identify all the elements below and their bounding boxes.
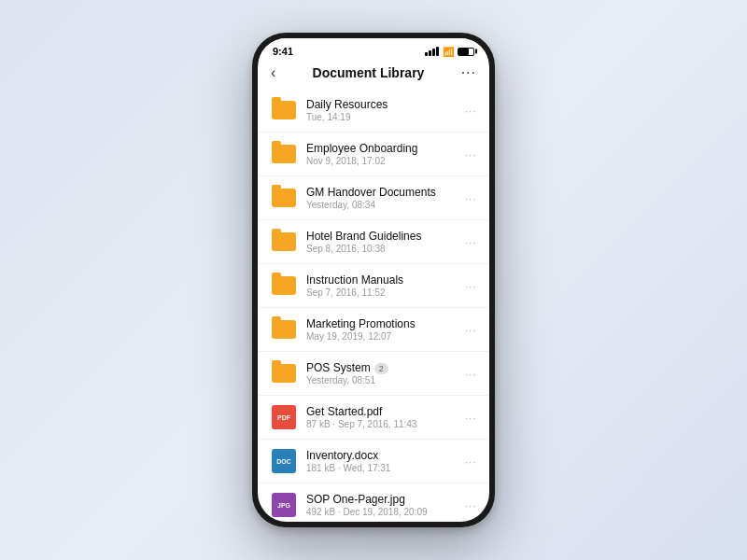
list-item[interactable]: POS System2 Yesterday, 08:51 ··· bbox=[258, 352, 489, 396]
item-meta: Nov 9, 2018, 17:02 bbox=[306, 156, 458, 166]
status-bar: 9:41 📶 bbox=[258, 38, 489, 61]
signal-icon bbox=[425, 47, 439, 56]
item-text: Employee Onboarding Nov 9, 2018, 17:02 bbox=[306, 142, 458, 166]
item-text: Instruction Manuals Sep 7, 2016, 11:52 bbox=[306, 273, 458, 298]
item-text: GM Handover Documents Yesterday, 08:34 bbox=[306, 186, 458, 210]
item-name: Marketing Promotions bbox=[306, 317, 458, 330]
item-more-button[interactable]: ··· bbox=[458, 367, 476, 381]
item-more-button[interactable]: ··· bbox=[458, 323, 476, 337]
list-item[interactable]: Daily Resources Tue, 14:19 ··· bbox=[258, 89, 489, 133]
item-meta: 492 kB · Dec 19, 2018, 20:09 bbox=[306, 507, 458, 517]
item-meta: 87 kB · Sep 7, 2016, 11:43 bbox=[306, 419, 458, 429]
item-text: SOP One-Pager.jpg 492 kB · Dec 19, 2018,… bbox=[306, 493, 458, 517]
item-more-button[interactable]: ··· bbox=[458, 104, 476, 118]
item-text: Get Started.pdf 87 kB · Sep 7, 2016, 11:… bbox=[306, 405, 458, 429]
item-icon-container bbox=[271, 273, 297, 299]
folder-icon bbox=[272, 232, 296, 251]
item-name: Daily Resources bbox=[306, 98, 458, 111]
item-more-button[interactable]: ··· bbox=[458, 279, 476, 293]
item-icon-container bbox=[271, 185, 297, 211]
list-item[interactable]: Marketing Promotions May 19, 2019, 12:07… bbox=[258, 308, 489, 352]
item-meta: Tue, 14:19 bbox=[306, 112, 458, 122]
item-text: POS System2 Yesterday, 08:51 bbox=[306, 361, 458, 385]
folder-icon bbox=[272, 320, 296, 339]
item-meta: 181 kB · Wed, 17:31 bbox=[306, 463, 458, 473]
jpg-icon: JPG bbox=[272, 493, 296, 517]
item-text: Hotel Brand Guidelines Sep 8, 2016, 10:3… bbox=[306, 230, 458, 254]
battery-icon bbox=[458, 48, 474, 56]
item-icon-container: PDF bbox=[271, 404, 297, 430]
list-item[interactable]: DOC Inventory.docx 181 kB · Wed, 17:31 ·… bbox=[258, 440, 489, 483]
item-name: GM Handover Documents bbox=[306, 186, 458, 199]
list-item[interactable]: GM Handover Documents Yesterday, 08:34 ·… bbox=[258, 176, 489, 220]
item-name: Instruction Manuals bbox=[306, 273, 458, 287]
item-icon-container bbox=[271, 97, 297, 123]
item-text: Inventory.docx 181 kB · Wed, 17:31 bbox=[306, 449, 458, 473]
item-icon-container bbox=[271, 141, 297, 167]
item-badge: 2 bbox=[374, 363, 388, 374]
item-meta: Yesterday, 08:51 bbox=[306, 375, 458, 385]
item-more-button[interactable]: ··· bbox=[458, 235, 476, 249]
folder-icon bbox=[272, 364, 296, 383]
item-more-button[interactable]: ··· bbox=[458, 147, 476, 161]
item-name: Hotel Brand Guidelines bbox=[306, 230, 458, 243]
back-button[interactable]: ‹ bbox=[271, 64, 275, 81]
item-more-button[interactable]: ··· bbox=[458, 455, 476, 469]
phone-frame: 9:41 📶 ‹ Document Library ··· bbox=[252, 33, 495, 527]
phone-screen: 9:41 📶 ‹ Document Library ··· bbox=[258, 38, 489, 522]
item-meta: Sep 8, 2016, 10:38 bbox=[306, 244, 458, 254]
doc-icon: DOC bbox=[272, 449, 296, 473]
pdf-icon: PDF bbox=[272, 405, 296, 429]
item-text: Marketing Promotions May 19, 2019, 12:07 bbox=[306, 317, 458, 342]
page-title: Document Library bbox=[313, 65, 425, 80]
item-icon-container bbox=[271, 316, 297, 343]
list-item[interactable]: PDF Get Started.pdf 87 kB · Sep 7, 2016,… bbox=[258, 396, 489, 440]
file-list: Daily Resources Tue, 14:19 ··· Employee … bbox=[258, 89, 489, 522]
item-icon-container: JPG bbox=[271, 492, 297, 518]
item-meta: May 19, 2019, 12:07 bbox=[306, 331, 458, 342]
item-name: Inventory.docx bbox=[306, 449, 458, 462]
item-icon-container: DOC bbox=[271, 448, 297, 474]
item-more-button[interactable]: ··· bbox=[458, 191, 476, 205]
folder-icon bbox=[272, 101, 296, 119]
list-item[interactable]: Hotel Brand Guidelines Sep 8, 2016, 10:3… bbox=[258, 220, 489, 264]
nav-bar: ‹ Document Library ··· bbox=[258, 61, 489, 89]
list-item[interactable]: Employee Onboarding Nov 9, 2018, 17:02 ·… bbox=[258, 133, 489, 176]
item-name: Get Started.pdf bbox=[306, 405, 458, 418]
folder-icon bbox=[272, 189, 296, 207]
item-meta: Yesterday, 08:34 bbox=[306, 200, 458, 210]
item-icon-container bbox=[271, 360, 297, 386]
status-icons: 📶 bbox=[425, 47, 474, 57]
wifi-icon: 📶 bbox=[443, 47, 454, 57]
folder-icon bbox=[272, 145, 296, 163]
list-item[interactable]: Instruction Manuals Sep 7, 2016, 11:52 ·… bbox=[258, 264, 489, 308]
item-more-button[interactable]: ··· bbox=[458, 498, 476, 512]
more-button[interactable]: ··· bbox=[461, 64, 476, 81]
list-item[interactable]: JPG SOP One-Pager.jpg 492 kB · Dec 19, 2… bbox=[258, 483, 489, 522]
item-name: SOP One-Pager.jpg bbox=[306, 493, 458, 506]
status-time: 9:41 bbox=[273, 46, 293, 57]
item-more-button[interactable]: ··· bbox=[458, 411, 476, 425]
item-name: POS System2 bbox=[306, 361, 458, 374]
folder-icon bbox=[272, 276, 296, 295]
item-icon-container bbox=[271, 229, 297, 255]
item-meta: Sep 7, 2016, 11:52 bbox=[306, 287, 458, 298]
item-name: Employee Onboarding bbox=[306, 142, 458, 155]
item-text: Daily Resources Tue, 14:19 bbox=[306, 98, 458, 122]
